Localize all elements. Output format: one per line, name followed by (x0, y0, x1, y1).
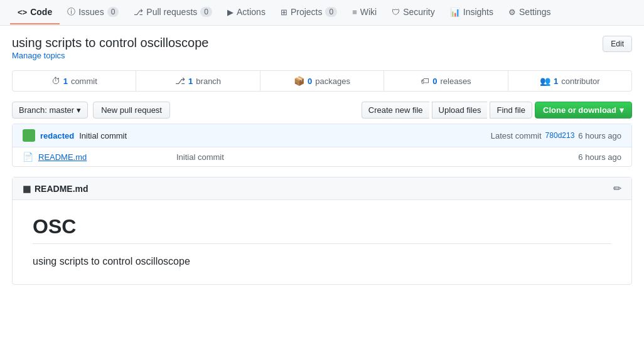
branches-stat[interactable]: ⎇ 1 branch (136, 71, 260, 91)
nav-tab-issues-label: Issues (78, 7, 104, 17)
wiki-icon: ≡ (352, 8, 357, 17)
packages-label: packages (315, 77, 350, 86)
releases-count[interactable]: 0 (432, 77, 437, 86)
readme-heading: OSC (33, 215, 611, 244)
contributors-stat[interactable]: 👥 1 contributor (508, 71, 631, 91)
file-commit-message: Initial commit (176, 152, 578, 162)
releases-icon: 🏷 (421, 76, 429, 86)
readme-header: ▦ README.md ✏ (13, 177, 631, 200)
nav-tab-pull-requests-count: 0 (200, 7, 212, 17)
commits-count[interactable]: 1 (63, 77, 68, 86)
nav-tab-projects-count: 0 (325, 7, 337, 17)
nav-tab-insights-label: Insights (463, 7, 493, 17)
find-file-button[interactable]: Find file (490, 102, 532, 119)
actions-icon: ▶ (227, 8, 233, 17)
commit-sha[interactable]: 780d213 (545, 131, 575, 140)
commits-label: commit (71, 77, 97, 86)
clone-dropdown-icon: ▾ (620, 105, 624, 115)
pull-requests-icon: ⎇ (134, 8, 143, 17)
contributors-count[interactable]: 1 (554, 77, 558, 86)
nav-tab-projects-label: Projects (291, 7, 323, 17)
nav-tab-security-label: Security (403, 7, 435, 17)
repo-nav: <>CodeⓘIssues0⎇Pull requests0▶Actions⊞Pr… (0, 0, 644, 26)
clone-or-download-button[interactable]: Clone or download ▾ (535, 102, 632, 119)
nav-tab-wiki-label: Wiki (360, 7, 377, 17)
branches-icon: ⎇ (175, 76, 185, 86)
nav-tab-insights[interactable]: 📊Insights (443, 1, 501, 24)
nav-tab-pull-requests[interactable]: ⎇Pull requests0 (126, 1, 220, 24)
nav-tab-issues-count: 0 (107, 7, 119, 17)
action-bar: Branch: master ▾ New pull request Create… (12, 102, 632, 119)
commit-author[interactable]: redacted (40, 131, 74, 140)
commits-stat[interactable]: ⏱ 1 commit (13, 71, 136, 91)
readme-icon: ▦ (23, 184, 31, 194)
issues-icon: ⓘ (67, 6, 75, 18)
file-name[interactable]: README.md (38, 152, 176, 162)
nav-tab-code[interactable]: <>Code (10, 1, 60, 24)
packages-icon: 📦 (294, 76, 304, 86)
readme-content: using scripts to control oscilloscope (33, 254, 611, 269)
packages-count[interactable]: 0 (308, 77, 312, 86)
security-icon: 🛡 (392, 8, 400, 17)
file-table: redacted Initial commit Latest commit 78… (12, 124, 632, 167)
branches-count[interactable]: 1 (188, 77, 193, 86)
readme-edit-icon[interactable]: ✏ (613, 183, 621, 194)
branch-dropdown-icon: ▾ (77, 105, 81, 115)
readme-body: OSC using scripts to control oscilloscop… (13, 200, 631, 284)
file-time: 6 hours ago (578, 152, 621, 162)
stats-bar: ⏱ 1 commit ⎇ 1 branch 📦 0 packages 🏷 0 r… (12, 70, 632, 92)
nav-tab-actions-label: Actions (237, 7, 266, 17)
latest-commit-prefix: Latest commit (491, 131, 542, 140)
projects-icon: ⊞ (281, 8, 287, 17)
commits-icon: ⏱ (51, 76, 60, 86)
branch-selector[interactable]: Branch: master ▾ (12, 102, 88, 119)
releases-label: releases (440, 77, 471, 86)
nav-tab-pull-requests-label: Pull requests (146, 7, 197, 17)
nav-tab-issues[interactable]: ⓘIssues0 (60, 0, 126, 25)
clone-label: Clone or download (543, 105, 616, 115)
branch-label: Branch: master (19, 105, 74, 115)
nav-tab-projects[interactable]: ⊞Projects0 (273, 1, 345, 24)
manage-topics-link[interactable]: Manage topics (12, 51, 65, 60)
settings-icon: ⚙ (508, 8, 516, 17)
insights-icon: 📊 (450, 8, 460, 17)
create-new-file-button[interactable]: Create new file (362, 102, 429, 119)
packages-stat[interactable]: 📦 0 packages (260, 71, 384, 91)
upload-files-button[interactable]: Upload files (432, 102, 488, 119)
code-icon: <> (18, 8, 27, 17)
nav-tab-security[interactable]: 🛡Security (384, 1, 443, 24)
file-icon: 📄 (23, 152, 33, 162)
repo-title: using scripts to control oscilloscope (12, 36, 208, 50)
releases-stat[interactable]: 🏷 0 releases (384, 71, 508, 91)
nav-tab-wiki[interactable]: ≡Wiki (345, 1, 384, 24)
contributors-icon: 👥 (540, 76, 550, 86)
contributors-label: contributor (561, 77, 599, 86)
readme-title-text: README.md (35, 184, 89, 194)
edit-button[interactable]: Edit (603, 36, 632, 52)
nav-tab-code-label: Code (30, 7, 52, 17)
latest-commit-row: redacted Initial commit Latest commit 78… (13, 124, 631, 147)
nav-tab-settings[interactable]: ⚙Settings (501, 1, 559, 24)
commit-time: 6 hours ago (578, 131, 621, 140)
branches-label: branch (196, 77, 221, 86)
commit-message: Initial commit (79, 131, 127, 140)
new-pull-request-button[interactable]: New pull request (93, 102, 170, 119)
table-row: 📄 README.md Initial commit 6 hours ago (13, 147, 631, 166)
avatar (23, 129, 35, 142)
readme-section: ▦ README.md ✏ OSC using scripts to contr… (12, 177, 632, 285)
nav-tab-actions[interactable]: ▶Actions (220, 1, 273, 24)
nav-tab-settings-label: Settings (519, 7, 551, 17)
